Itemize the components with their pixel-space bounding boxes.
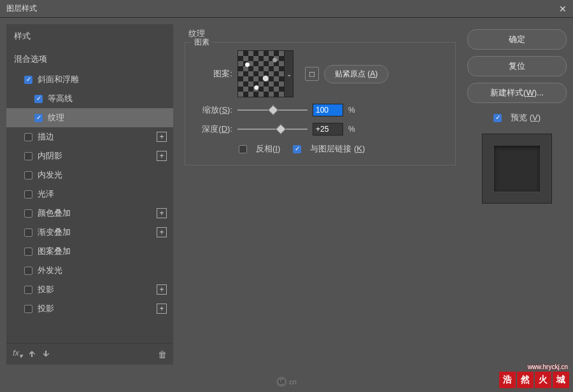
settings-panel: 纹理 图素 图案: ⌄ ◻ 贴紧原点 (A) 缩放(S): % 深度(D): [178, 24, 462, 365]
checkbox[interactable] [24, 133, 32, 141]
style-item-光泽[interactable]: 光泽 [6, 185, 173, 204]
style-item-斜面和浮雕[interactable]: 斜面和浮雕 [6, 70, 173, 89]
trash-icon[interactable]: 🗑 [158, 349, 167, 360]
pattern-swatch[interactable] [237, 50, 285, 97]
depth-label: 深度(D): [195, 123, 232, 135]
percent-unit: % [348, 125, 355, 134]
scale-input[interactable] [313, 104, 343, 116]
style-item-投影[interactable]: 投影+ [6, 280, 173, 299]
styles-footer: fx▾ 🡩 🡫 🗑 [6, 343, 173, 365]
close-icon[interactable]: ✕ [559, 4, 567, 14]
style-item-外发光[interactable]: 外发光 [6, 261, 173, 280]
pattern-dropdown-icon[interactable]: ⌄ [285, 50, 294, 97]
checkbox[interactable] [34, 114, 43, 122]
window-title: 图层样式 [6, 3, 37, 14]
add-effect-icon[interactable]: + [157, 151, 167, 161]
style-item-label: 描边 [38, 131, 54, 143]
add-effect-icon[interactable]: + [157, 304, 167, 314]
style-item-内发光[interactable]: 内发光 [6, 165, 173, 185]
add-effect-icon[interactable]: + [157, 208, 167, 218]
style-item-label: 等高线 [48, 93, 73, 104]
preview-thumbnail [482, 134, 552, 204]
link-layer-checkbox[interactable]: 与图层链接 (K) [293, 143, 365, 155]
style-item-label: 投影 [38, 303, 54, 314]
watermark-logo: 浩 然 火 城 [499, 372, 569, 388]
style-item-label: 投影 [38, 284, 54, 295]
style-item-纹理[interactable]: 纹理 [6, 108, 173, 127]
new-style-button[interactable]: 新建样式(W)... [467, 83, 567, 103]
checkbox[interactable] [34, 95, 43, 103]
fx-menu[interactable]: fx▾ [13, 348, 22, 360]
scale-slider[interactable] [237, 109, 308, 111]
elements-group: 图素 图案: ⌄ ◻ 贴紧原点 (A) 缩放(S): % 深度(D): [185, 42, 456, 165]
percent-unit: % [348, 106, 355, 115]
style-item-label: 纹理 [48, 112, 64, 123]
checkbox[interactable] [24, 228, 32, 237]
style-item-label: 颜色叠加 [38, 207, 71, 219]
style-item-label: 光泽 [38, 188, 54, 200]
dialog-body: 样式 混合选项 斜面和浮雕等高线纹理描边+内阴影+内发光光泽颜色叠加+渐变叠加+… [0, 18, 573, 371]
blend-options-header[interactable]: 混合选项 [6, 47, 173, 70]
new-preset-icon[interactable]: ◻ [305, 67, 319, 81]
add-effect-icon[interactable]: + [157, 227, 167, 237]
style-item-label: 渐变叠加 [38, 227, 71, 238]
titlebar: 图层样式 ✕ [0, 0, 573, 18]
styles-panel: 样式 混合选项 斜面和浮雕等高线纹理描边+内阴影+内发光光泽颜色叠加+渐变叠加+… [6, 24, 173, 365]
checkbox[interactable] [24, 248, 32, 256]
ok-button[interactable]: 确定 [467, 29, 567, 50]
style-item-图案叠加[interactable]: 图案叠加 [6, 242, 173, 261]
group-legend: 图素 [192, 37, 212, 48]
add-effect-icon[interactable]: + [157, 284, 167, 295]
watermark-url: www.hryckj.cn [528, 363, 568, 370]
checkbox[interactable] [24, 286, 32, 294]
move-up-icon[interactable]: 🡩 [29, 350, 36, 359]
style-item-内阴影[interactable]: 内阴影+ [6, 146, 173, 165]
actions-panel: 确定 复位 新建样式(W)... 预览 (V) [467, 24, 567, 365]
style-item-label: 图案叠加 [38, 246, 71, 257]
checkbox[interactable] [24, 209, 32, 218]
depth-slider[interactable] [237, 129, 308, 130]
style-item-label: 内阴影 [38, 150, 62, 162]
scale-label: 缩放(S): [195, 104, 232, 116]
invert-checkbox[interactable]: 反相(I) [239, 143, 280, 155]
style-item-颜色叠加[interactable]: 颜色叠加+ [6, 204, 173, 223]
reset-button[interactable]: 复位 [467, 56, 567, 76]
checkbox[interactable] [24, 190, 32, 199]
snap-origin-button[interactable]: 贴紧原点 (A) [324, 65, 388, 83]
checkbox[interactable] [24, 152, 32, 160]
move-down-icon[interactable]: 🡫 [43, 350, 50, 359]
ui-cn-watermark: UIcn [276, 377, 297, 387]
style-item-label: 外发光 [38, 265, 62, 276]
styles-header[interactable]: 样式 [6, 24, 173, 47]
depth-input[interactable] [313, 123, 343, 136]
style-item-label: 内发光 [38, 169, 62, 181]
checkbox[interactable] [24, 76, 32, 84]
checkbox[interactable] [24, 305, 32, 313]
checkbox[interactable] [24, 267, 32, 275]
style-item-投影[interactable]: 投影+ [6, 299, 173, 318]
pattern-label: 图案: [195, 68, 232, 80]
style-item-等高线[interactable]: 等高线 [6, 89, 173, 108]
section-title: 纹理 [188, 28, 456, 39]
style-item-label: 斜面和浮雕 [38, 74, 79, 85]
preview-checkbox[interactable]: 预览 (V) [467, 112, 567, 123]
add-effect-icon[interactable]: + [157, 132, 167, 142]
checkbox[interactable] [24, 171, 32, 179]
style-item-渐变叠加[interactable]: 渐变叠加+ [6, 223, 173, 242]
style-item-描边[interactable]: 描边+ [6, 127, 173, 146]
